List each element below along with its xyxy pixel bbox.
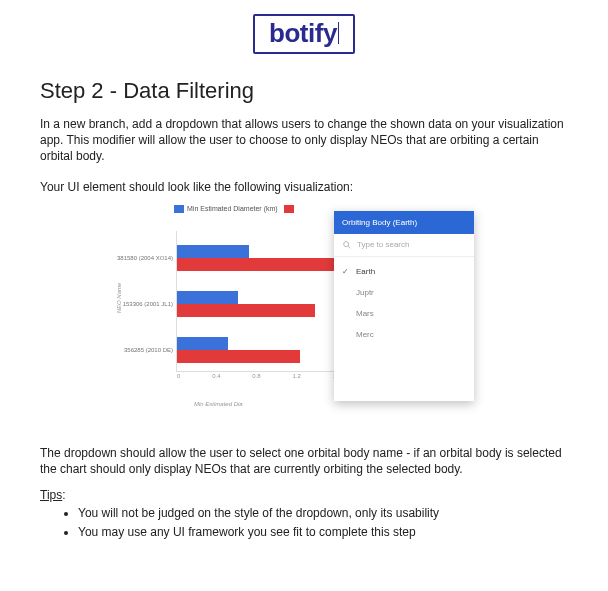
y-label-2: 356285 (2010 DE) — [103, 347, 173, 353]
dropdown-option-label: Earth — [356, 267, 375, 276]
tip-1: You may use any UI framework you see fit… — [78, 524, 568, 540]
instruction-para: The dropdown should allow the user to se… — [40, 445, 568, 477]
content: Step 2 - Data Filtering In a new branch,… — [0, 54, 608, 540]
dropdown-spacer — [334, 347, 474, 401]
dropdown-list: Earth Juptr Mars Merc — [334, 257, 474, 347]
logo: botify — [253, 14, 355, 54]
bar-chart: Min Estimated Diameter (km) NEO Name 381… — [134, 205, 344, 405]
legend-swatch-blue — [174, 205, 184, 213]
dropdown-option-label: Merc — [356, 330, 374, 339]
bar-1-blue — [177, 291, 238, 304]
dropdown-option-juptr[interactable]: Juptr — [334, 282, 474, 303]
intro-para-2: Your UI element should look like the fol… — [40, 179, 568, 195]
y-label-1: 153306 (2001 JL1) — [103, 301, 173, 307]
page-title: Step 2 - Data Filtering — [40, 78, 568, 104]
x-axis-title: Min Estimated Dia — [194, 401, 243, 407]
x-tick-2: 0.8 — [252, 373, 260, 385]
bar-row-2: 356285 (2010 DE) — [177, 333, 341, 369]
tips-heading: Tips: — [40, 487, 568, 503]
dropdown-search[interactable]: Type to search — [334, 234, 474, 257]
bar-0-blue — [177, 245, 249, 258]
orbital-body-dropdown[interactable]: Orbiting Body (Earth) Type to search Ear… — [334, 211, 474, 401]
dropdown-option-mars[interactable]: Mars — [334, 303, 474, 324]
cursor-icon — [338, 22, 339, 44]
dropdown-header[interactable]: Orbiting Body (Earth) — [334, 211, 474, 234]
logo-word: botify — [269, 20, 337, 46]
bar-2-red — [177, 350, 300, 363]
bar-2-blue — [177, 337, 228, 350]
dropdown-option-merc[interactable]: Merc — [334, 324, 474, 345]
y-label-0: 381580 (2004 XO14) — [103, 255, 173, 261]
search-placeholder: Type to search — [357, 240, 409, 249]
plot-area: 381580 (2004 XO14) 153306 (2001 JL1) 356… — [176, 231, 341, 372]
svg-line-1 — [348, 246, 350, 248]
bar-row-0: 381580 (2004 XO14) — [177, 241, 341, 277]
visualization-mock: Min Estimated Diameter (km) NEO Name 381… — [134, 205, 474, 427]
x-tick-0: 0 — [177, 373, 180, 385]
x-tick-3: 1.2 — [292, 373, 300, 385]
dropdown-option-earth[interactable]: Earth — [334, 261, 474, 282]
legend-swatch-red — [284, 205, 294, 213]
tip-0: You will not be judged on the style of t… — [78, 505, 568, 521]
svg-point-0 — [344, 241, 349, 246]
logo-text: botify — [269, 20, 339, 46]
bar-row-1: 153306 (2001 JL1) — [177, 287, 341, 323]
x-ticks: 0 0.4 0.8 1.2 1.6 — [177, 373, 341, 385]
chart-legend: Min Estimated Diameter (km) — [174, 205, 294, 213]
logo-container: botify — [0, 0, 608, 54]
bar-1-red — [177, 304, 315, 317]
intro-para-1: In a new branch, add a dropdown that all… — [40, 116, 568, 165]
y-axis-title: NEO Name — [116, 282, 122, 313]
dropdown-option-label: Mars — [356, 309, 374, 318]
search-icon — [342, 240, 352, 250]
dropdown-option-label: Juptr — [356, 288, 374, 297]
tips-list: You will not be judged on the style of t… — [40, 505, 568, 539]
tips-label: Tips — [40, 488, 62, 502]
x-tick-1: 0.4 — [212, 373, 220, 385]
legend-label-0: Min Estimated Diameter (km) — [187, 205, 278, 212]
bar-0-red — [177, 258, 341, 271]
